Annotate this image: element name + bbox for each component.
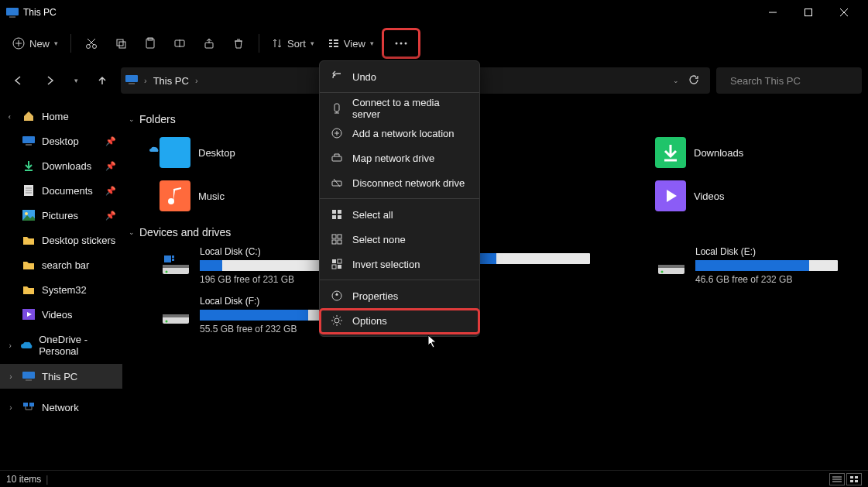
sidebar-item-label: Home bbox=[42, 111, 69, 122]
menu-item-label: Map network drive bbox=[352, 153, 434, 164]
pc-icon bbox=[125, 74, 138, 87]
menu-item-invert-selection[interactable]: Invert selection bbox=[320, 252, 479, 276]
search-input[interactable] bbox=[730, 75, 860, 87]
sidebar-item-desktop-stickers[interactable]: Desktop stickers bbox=[0, 228, 122, 252]
sidebar-item-this-pc[interactable]: ›This PC bbox=[0, 364, 122, 389]
svg-rect-1 bbox=[9, 16, 15, 18]
minimize-button[interactable] bbox=[755, 0, 791, 25]
copy-icon bbox=[115, 37, 127, 50]
ellipsis-icon bbox=[395, 42, 407, 45]
close-button[interactable] bbox=[826, 0, 862, 25]
chevron-right-icon: › bbox=[144, 76, 147, 85]
sort-label: Sort bbox=[287, 38, 306, 50]
menu-item-connect-to-a-media-server[interactable]: Connect to a media server bbox=[320, 96, 479, 121]
sidebar-item-label: search bar bbox=[42, 259, 89, 271]
svg-point-93 bbox=[335, 318, 339, 323]
sidebar-item-label: OneDrive - Personal bbox=[39, 334, 116, 357]
separator bbox=[70, 34, 71, 53]
menu-item-disconnect-network-drive[interactable]: Disconnect network drive bbox=[320, 170, 479, 195]
folder-icon bbox=[22, 233, 36, 247]
svg-rect-59 bbox=[658, 265, 684, 268]
search-box[interactable] bbox=[716, 67, 862, 94]
svg-rect-24 bbox=[329, 46, 332, 47]
svg-point-28 bbox=[404, 43, 407, 45]
menu-item-map-network-drive[interactable]: Map network drive bbox=[320, 146, 479, 170]
menu-item-label: Invert selection bbox=[352, 259, 420, 270]
sidebar-item-network[interactable]: ›Network bbox=[0, 395, 122, 420]
folder-label: Desktop bbox=[198, 147, 235, 159]
sidebar-item-documents[interactable]: Documents📌 bbox=[0, 178, 122, 203]
svg-rect-81 bbox=[338, 210, 341, 214]
cut-button[interactable] bbox=[77, 29, 105, 57]
pin-icon: 📌 bbox=[105, 186, 116, 196]
sort-button[interactable]: Sort ▾ bbox=[266, 29, 321, 57]
folder-icon bbox=[655, 137, 686, 168]
svg-rect-29 bbox=[125, 75, 138, 82]
share-button[interactable] bbox=[195, 29, 223, 57]
pin-icon: 📌 bbox=[105, 211, 116, 221]
content-pane: ⌄ Folders DesktopDownloadsMusicVideos ⌄ … bbox=[122, 99, 868, 470]
chevron-icon: › bbox=[6, 341, 14, 350]
view-button[interactable]: View ▾ bbox=[322, 29, 380, 57]
menu-item-undo[interactable]: Undo bbox=[320, 64, 479, 89]
sidebar-item-home[interactable]: ⌄Home bbox=[0, 104, 122, 129]
svg-rect-69 bbox=[850, 480, 853, 482]
folder-item[interactable]: Videos bbox=[655, 177, 868, 215]
svg-point-9 bbox=[87, 45, 91, 49]
documents-icon bbox=[22, 183, 36, 197]
recent-locations-button[interactable]: ▾ bbox=[68, 68, 84, 93]
app-icon bbox=[6, 6, 19, 19]
rename-button[interactable] bbox=[166, 29, 194, 57]
menu-item-add-a-network-location[interactable]: Add a network location bbox=[320, 121, 479, 146]
plus-circle-icon bbox=[12, 37, 25, 50]
invert-icon bbox=[331, 258, 343, 270]
up-button[interactable] bbox=[90, 68, 115, 93]
menu-separator bbox=[320, 198, 479, 199]
svg-point-41 bbox=[25, 212, 28, 215]
details-view-button[interactable] bbox=[829, 473, 845, 485]
group-label: Folders bbox=[139, 113, 176, 125]
sidebar-item-pictures[interactable]: Pictures📌 bbox=[0, 203, 122, 228]
delete-button[interactable] bbox=[225, 29, 252, 57]
menu-item-properties[interactable]: Properties bbox=[320, 283, 479, 308]
maximize-button[interactable] bbox=[791, 0, 826, 25]
drive-item[interactable]: Local Disk (E:)46.6 GB free of 232 GB bbox=[655, 246, 868, 285]
group-label: Devices and drives bbox=[139, 226, 231, 238]
group-header-drives[interactable]: ⌄ Devices and drives bbox=[129, 226, 862, 238]
new-button[interactable]: New ▾ bbox=[6, 29, 64, 57]
menu-item-select-none[interactable]: Select none bbox=[320, 227, 479, 252]
sidebar-item-videos[interactable]: Videos bbox=[0, 302, 122, 327]
folder-item[interactable]: Downloads bbox=[655, 133, 868, 172]
group-header-folders[interactable]: ⌄ Folders bbox=[129, 113, 862, 125]
svg-point-51 bbox=[168, 198, 174, 204]
drive-icon bbox=[655, 253, 688, 278]
breadcrumb-location[interactable]: This PC bbox=[153, 75, 189, 87]
svg-point-10 bbox=[93, 45, 97, 49]
selectall-icon bbox=[331, 208, 343, 221]
back-button[interactable] bbox=[6, 68, 31, 93]
folder-label: Downloads bbox=[694, 147, 743, 159]
sidebar-item-downloads[interactable]: Downloads📌 bbox=[0, 153, 122, 178]
paste-button[interactable] bbox=[136, 29, 164, 57]
drive-usage-bar bbox=[695, 260, 838, 271]
svg-rect-71 bbox=[335, 104, 339, 111]
folder-icon bbox=[655, 180, 686, 211]
svg-rect-19 bbox=[205, 43, 213, 48]
svg-rect-80 bbox=[332, 210, 336, 214]
more-button[interactable] bbox=[387, 30, 415, 57]
pin-icon: 📌 bbox=[105, 161, 116, 171]
refresh-button[interactable] bbox=[688, 74, 699, 87]
forward-button[interactable] bbox=[37, 68, 62, 93]
address-dropdown-button[interactable]: ⌄ bbox=[673, 77, 679, 84]
menu-item-select-all[interactable]: Select all bbox=[320, 202, 479, 227]
copy-button[interactable] bbox=[107, 29, 135, 57]
sidebar-item-system32[interactable]: System32 bbox=[0, 277, 122, 302]
sidebar-item-search-bar[interactable]: search bar bbox=[0, 252, 122, 277]
svg-rect-0 bbox=[6, 8, 19, 15]
menu-item-options[interactable]: Options bbox=[320, 308, 479, 333]
separator bbox=[259, 34, 259, 53]
sidebar-item-onedrive---personal[interactable]: ›OneDrive - Personal bbox=[0, 333, 122, 358]
large-icons-view-button[interactable] bbox=[846, 473, 862, 485]
sidebar-item-desktop[interactable]: Desktop📌 bbox=[0, 129, 122, 153]
options-icon bbox=[331, 314, 343, 327]
